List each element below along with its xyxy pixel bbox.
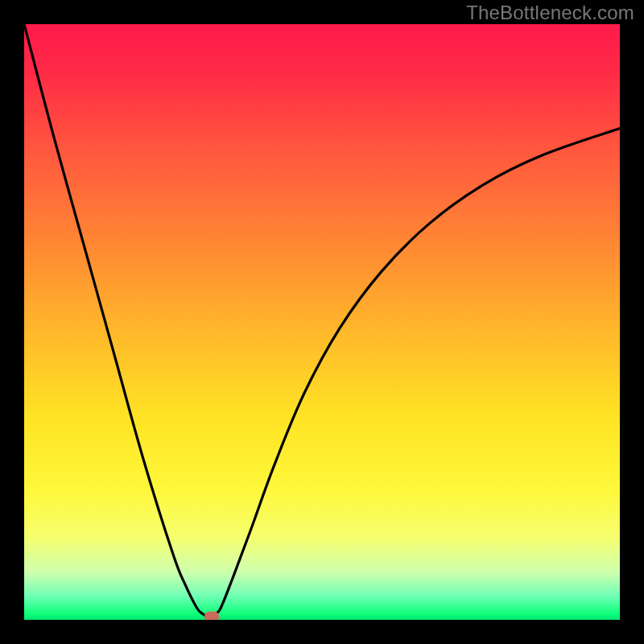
chart-frame: TheBottleneck.com: [0, 0, 644, 644]
plot-area: [24, 24, 620, 620]
curve-svg: [24, 24, 620, 620]
bottleneck-curve: [24, 24, 620, 617]
optimal-point-marker: [204, 612, 219, 620]
watermark-text: TheBottleneck.com: [466, 2, 634, 24]
